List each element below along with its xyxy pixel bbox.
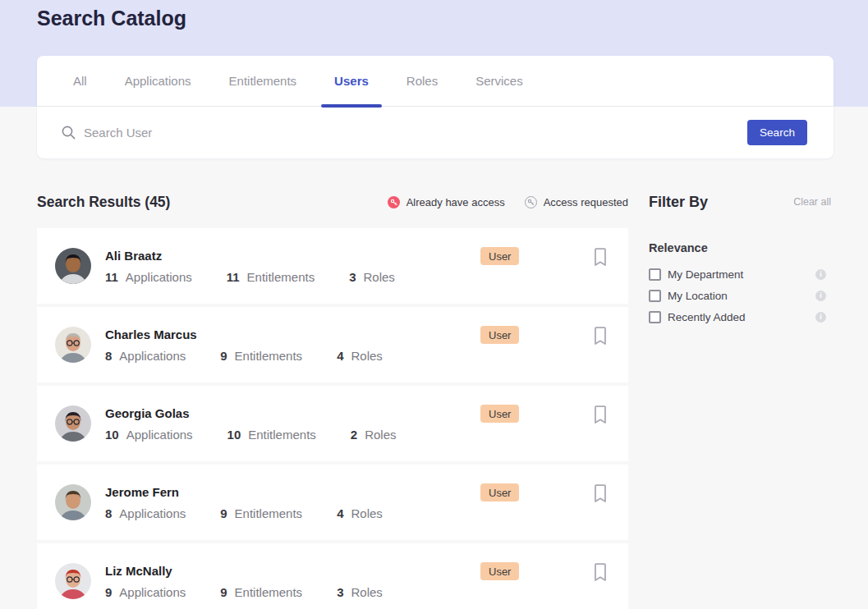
entitlements-count: 9 (220, 349, 227, 363)
relevance-section-title: Relevance (649, 241, 831, 254)
filter-column: Filter By Clear all Relevance My Departm… (649, 190, 831, 327)
applications-label: Applications (126, 428, 193, 442)
applications-count: 8 (105, 506, 112, 520)
applications-label: Applications (119, 349, 186, 363)
user-type-badge: User (480, 326, 519, 344)
roles-label: Roles (351, 585, 382, 599)
user-stats: 8Applications 9Entitlements 4Roles (105, 506, 417, 520)
applications-label: Applications (119, 585, 186, 599)
tab-applications[interactable]: Applications (112, 56, 204, 107)
user-stats: 9Applications 9Entitlements 3Roles (105, 585, 417, 599)
applications-label: Applications (126, 270, 192, 284)
user-stats: 8Applications 9Entitlements 4Roles (105, 349, 417, 363)
filter-option-recently-added: Recently Added i (649, 306, 831, 327)
entitlements-label: Entitlements (235, 506, 303, 520)
result-card[interactable]: Charles Marcus 8Applications 9Entitlemen… (37, 307, 628, 382)
entitlements-count: 11 (227, 270, 240, 284)
result-card[interactable]: Georgia Golas 10Applications 10Entitleme… (37, 386, 628, 461)
info-icon[interactable]: i (815, 291, 826, 301)
tab-users[interactable]: Users (321, 56, 382, 107)
filter-header: Filter By Clear all (649, 190, 831, 213)
entitlements-label: Entitlements (247, 270, 315, 284)
result-card[interactable]: Jerome Fern 8Applications 9Entitlements … (37, 465, 628, 540)
legend-requested-label: Access requested (544, 196, 628, 208)
avatar (55, 484, 91, 520)
tab-services[interactable]: Services (462, 56, 536, 107)
entitlements-label: Entitlements (248, 428, 316, 442)
key-filled-icon (388, 196, 400, 208)
applications-count: 8 (105, 349, 112, 363)
applications-count: 9 (105, 585, 112, 599)
roles-count: 4 (337, 349, 343, 363)
user-type-badge: User (480, 405, 519, 423)
clear-all-link[interactable]: Clear all (793, 196, 831, 208)
tab-roles[interactable]: Roles (393, 56, 451, 107)
card-info: Georgia Golas 10Applications 10Entitleme… (105, 406, 431, 442)
bookmark-icon[interactable] (593, 484, 608, 503)
user-name[interactable]: Liz McNally (105, 564, 417, 578)
search-icon (61, 125, 76, 140)
avatar (55, 327, 91, 363)
info-icon[interactable]: i (815, 312, 826, 323)
applications-count: 10 (105, 428, 119, 442)
bookmark-icon[interactable] (593, 248, 608, 267)
recently-added-label: Recently Added (668, 311, 815, 323)
entitlements-label: Entitlements (235, 349, 303, 363)
card-info: Ali Braatz 11Applications 11Entitlements… (105, 249, 429, 284)
user-name[interactable]: Ali Braatz (105, 249, 429, 263)
tab-all[interactable]: All (60, 56, 100, 107)
entitlements-count: 9 (220, 585, 227, 599)
filter-option-my-department: My Department i (649, 263, 831, 285)
my-location-checkbox[interactable] (649, 290, 661, 302)
user-stats: 11Applications 11Entitlements 3Roles (105, 270, 429, 284)
bookmark-icon[interactable] (593, 563, 608, 582)
tabs-row: All Applications Entitlements Users Role… (37, 56, 834, 107)
filter-title: Filter By (649, 194, 708, 211)
roles-label: Roles (365, 428, 396, 442)
search-bar: Search (37, 107, 834, 158)
results-column: Search Results (45) Already have access (37, 189, 628, 609)
applications-count: 11 (105, 270, 118, 284)
legend-requested: Access requested (525, 196, 628, 208)
roles-count: 3 (349, 270, 356, 284)
info-icon[interactable]: i (815, 269, 826, 280)
my-department-checkbox[interactable] (649, 268, 661, 281)
bookmark-icon[interactable] (593, 405, 608, 424)
page-title: Search Catalog (37, 7, 186, 30)
roles-label: Roles (351, 349, 382, 363)
key-outline-icon (525, 196, 537, 208)
result-card[interactable]: Ali Braatz 11Applications 11Entitlements… (37, 228, 628, 304)
user-stats: 10Applications 10Entitlements 2Roles (105, 428, 431, 442)
search-input[interactable] (84, 126, 747, 140)
tab-entitlements[interactable]: Entitlements (216, 56, 310, 107)
roles-count: 2 (351, 428, 357, 442)
card-info: Jerome Fern 8Applications 9Entitlements … (105, 485, 417, 520)
recently-added-checkbox[interactable] (649, 311, 661, 323)
user-name[interactable]: Georgia Golas (105, 406, 431, 420)
legend: Already have access Access requested (368, 196, 628, 208)
user-type-badge: User (480, 247, 519, 265)
bookmark-icon[interactable] (593, 327, 608, 346)
legend-have-access-label: Already have access (406, 196, 505, 208)
my-location-label: My Location (668, 290, 815, 302)
applications-label: Applications (119, 506, 186, 520)
avatar (55, 405, 91, 442)
user-name[interactable]: Jerome Fern (105, 485, 417, 499)
entitlements-count: 10 (227, 428, 241, 442)
roles-label: Roles (351, 506, 382, 520)
card-info: Liz McNally 9Applications 9Entitlements … (105, 564, 417, 599)
my-department-label: My Department (668, 268, 815, 281)
result-card[interactable]: Liz McNally 9Applications 9Entitlements … (37, 543, 628, 609)
user-type-badge: User (480, 483, 519, 501)
avatar (55, 563, 91, 599)
roles-count: 3 (337, 585, 343, 599)
user-name[interactable]: Charles Marcus (105, 327, 417, 341)
roles-count: 4 (337, 506, 343, 520)
user-type-badge: User (480, 562, 519, 580)
avatar (55, 248, 91, 284)
card-info: Charles Marcus 8Applications 9Entitlemen… (105, 327, 417, 363)
search-button[interactable]: Search (747, 120, 807, 145)
roles-label: Roles (364, 270, 395, 284)
entitlements-count: 9 (220, 506, 227, 520)
results-header: Search Results (45) Already have access (37, 189, 628, 215)
